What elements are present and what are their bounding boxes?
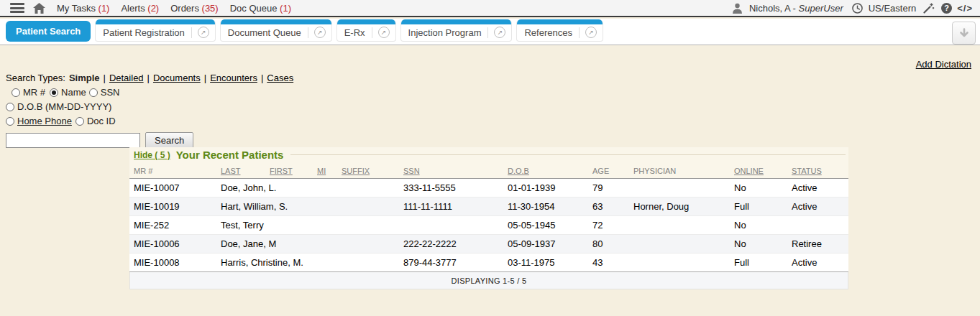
heading-divider [290,154,846,155]
table-row[interactable]: MIE-10008 Harris, Christine, M. 879-44-3… [129,254,848,272]
user-icon [732,3,743,14]
top-navigation: My Tasks (1) Alerts (2) Orders (35) Doc … [57,3,291,14]
radio-mr[interactable] [12,88,20,97]
user-menu[interactable]: Nichols, A - SuperUser [749,3,843,14]
tab-document-queue[interactable]: Document Queue↗ [220,19,332,42]
search-type-encounters[interactable]: Encounters [210,73,257,83]
help-icon[interactable]: ? [941,3,952,14]
cell-dob: 05-09-1937 [503,235,588,254]
radio-name[interactable] [50,88,58,97]
tab-patient-search[interactable]: Patient Search [6,21,91,42]
cell-age: 79 [588,179,629,198]
cell-physician [629,235,730,254]
nav-alerts[interactable]: Alerts (2) [121,3,159,14]
table-row[interactable]: MIE-10007 Doe, John, L. 333-11-5555 01-0… [129,179,848,198]
cell-name: Harris, Christine, M. [216,254,265,272]
search-type-cases[interactable]: Cases [267,73,293,83]
cell-status: Active [787,179,848,198]
cell-age: 80 [588,235,629,254]
hamburger-menu-icon[interactable] [10,3,24,13]
cell-name: Test, Terry [216,216,265,235]
search-types-label: Search Types: [6,73,65,83]
radio-row-3: Home Phone Doc ID [6,116,293,126]
col-header-dob[interactable]: D.O.B [503,163,588,179]
col-header-suffix[interactable]: SUFFIX [337,163,399,179]
cell-online: Full [730,254,787,272]
radio-name-label[interactable]: Name [61,87,86,98]
cell-dob: 11-30-1954 [503,198,588,216]
collapse-panel-button[interactable] [952,22,976,45]
col-header-last[interactable]: LAST [216,163,265,179]
cell-name: Doe, John, L. [216,179,265,198]
down-arrow-icon [958,27,970,39]
tab-injection-program[interactable]: Injection Program↗ [400,19,513,42]
alerts-count: (2) [147,3,159,14]
col-header-physician: PHYSICIAN [629,163,730,179]
cell-mr: MIE-10019 [129,198,216,216]
tab-strip: Patient Search Patient Registration↗ Doc… [0,19,980,45]
timezone-selector[interactable]: US/Eastern [869,3,916,14]
cell-status: Active [787,254,848,272]
popout-icon[interactable]: ↗ [314,27,326,38]
cell-online: No [730,216,787,235]
radio-ssn-label[interactable]: SSN [101,87,120,98]
radio-dob-label[interactable]: D.O.B (MM-DD-YYYY) [17,101,111,112]
cell-dob: 05-05-1945 [503,216,588,235]
home-icon[interactable] [33,3,45,14]
nav-orders[interactable]: Orders (35) [170,3,218,14]
search-button[interactable]: Search [145,132,193,149]
tab-e-rx[interactable]: E-Rx↗ [336,19,396,42]
cell-ssn: 333-11-5555 [399,179,503,198]
cell-age: 72 [588,216,629,235]
code-icon[interactable]: </> [957,3,973,14]
search-type-detailed[interactable]: Detailed [109,73,144,83]
popout-icon[interactable]: ↗ [585,27,597,38]
cell-status: Active [787,198,848,216]
col-header-status[interactable]: STATUS [787,163,848,179]
radio-row-1: MR # Name SSN [6,87,293,98]
col-header-ssn[interactable]: SSN [399,163,503,179]
tab-references[interactable]: References↗ [516,19,603,42]
cell-name: Doe, Jane, M [216,235,265,254]
radio-ssn[interactable] [89,88,98,97]
table-row[interactable]: MIE-10006 Doe, Jane, M 222-22-2222 05-09… [129,235,848,254]
popout-icon[interactable]: ↗ [378,27,390,38]
radio-mr-label[interactable]: MR # [23,87,45,98]
hide-recent-link[interactable]: Hide ( 5 ) [134,150,170,160]
radio-doc-id[interactable] [75,117,84,126]
orders-count: (35) [202,3,219,14]
cell-physician: Horner, Doug [629,198,730,216]
popout-icon[interactable]: ↗ [494,27,505,38]
col-header-first[interactable]: FIRST [265,163,313,179]
search-input-row: Search [6,132,293,149]
recent-patients-panel: Hide ( 5 ) Your Recent Patients MR # LAS… [129,147,848,289]
tab-patient-registration[interactable]: Patient Registration↗ [95,19,215,42]
col-header-online[interactable]: ONLINE [730,163,787,179]
radio-doc-id-label[interactable]: Doc ID [87,116,116,126]
radio-home-phone[interactable] [6,117,14,126]
col-header-age: AGE [588,163,629,179]
table-row[interactable]: MIE-10019 Hart, William, S. 111-11-1111 … [129,198,848,216]
radio-dob[interactable] [6,103,14,111]
popout-icon[interactable]: ↗ [198,27,209,38]
cell-physician [629,254,730,272]
cell-online: No [730,179,787,198]
cell-dob: 03-11-1975 [503,254,588,272]
nav-doc-queue[interactable]: Doc Queue (1) [230,3,291,14]
cell-online: No [730,235,787,254]
my-tasks-count: (1) [99,3,110,14]
cell-age: 43 [588,254,629,272]
radio-home-phone-label[interactable]: Home Phone [17,116,72,126]
search-input[interactable] [6,133,140,148]
nav-my-tasks[interactable]: My Tasks (1) [57,3,109,14]
col-header-mi[interactable]: MI [313,163,337,179]
wand-icon[interactable] [922,2,935,14]
add-dictation-link[interactable]: Add Dictation [916,59,971,70]
col-header-mr: MR # [129,163,216,179]
cell-physician [629,179,730,198]
cell-status: Retiree [787,235,848,254]
table-row[interactable]: MIE-252 Test, Terry 05-05-1945 72 No [129,216,848,235]
search-type-documents[interactable]: Documents [153,73,201,83]
patient-search-form: Search Types: Simple | Detailed | Docume… [6,73,293,149]
top-bar-right: Nichols, A - SuperUser US/Eastern ? </> [731,2,973,14]
